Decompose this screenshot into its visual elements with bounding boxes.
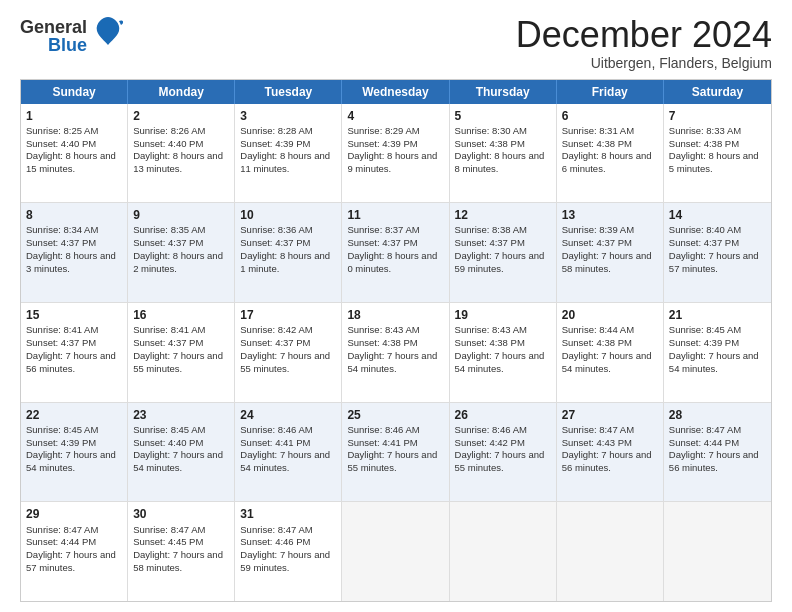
daylight-text: Daylight: 7 hours and 58 minutes. — [562, 250, 652, 274]
daylight-text: Daylight: 7 hours and 57 minutes. — [669, 250, 759, 274]
sunrise-text: Sunrise: 8:36 AM — [240, 224, 312, 235]
day-number: 15 — [26, 307, 122, 323]
sunrise-text: Sunrise: 8:41 AM — [133, 324, 205, 335]
calendar-cell: 14 Sunrise: 8:40 AM Sunset: 4:37 PM Dayl… — [664, 203, 771, 302]
daylight-text: Daylight: 7 hours and 54 minutes. — [455, 350, 545, 374]
sunset-text: Sunset: 4:38 PM — [562, 138, 632, 149]
calendar-cell: 12 Sunrise: 8:38 AM Sunset: 4:37 PM Dayl… — [450, 203, 557, 302]
day-number: 31 — [240, 506, 336, 522]
month-title: December 2024 — [516, 15, 772, 55]
calendar-cell: 3 Sunrise: 8:28 AM Sunset: 4:39 PM Dayli… — [235, 104, 342, 203]
calendar-cell: 20 Sunrise: 8:44 AM Sunset: 4:38 PM Dayl… — [557, 303, 664, 402]
day-number: 25 — [347, 407, 443, 423]
sunrise-text: Sunrise: 8:31 AM — [562, 125, 634, 136]
calendar-cell: 11 Sunrise: 8:37 AM Sunset: 4:37 PM Dayl… — [342, 203, 449, 302]
daylight-text: Daylight: 7 hours and 57 minutes. — [26, 549, 116, 573]
sunrise-text: Sunrise: 8:38 AM — [455, 224, 527, 235]
daylight-text: Daylight: 7 hours and 56 minutes. — [562, 449, 652, 473]
sunrise-text: Sunrise: 8:45 AM — [26, 424, 98, 435]
calendar-cell: 16 Sunrise: 8:41 AM Sunset: 4:37 PM Dayl… — [128, 303, 235, 402]
calendar-cell: 1 Sunrise: 8:25 AM Sunset: 4:40 PM Dayli… — [21, 104, 128, 203]
sunrise-text: Sunrise: 8:46 AM — [455, 424, 527, 435]
sunset-text: Sunset: 4:37 PM — [240, 337, 310, 348]
daylight-text: Daylight: 8 hours and 2 minutes. — [133, 250, 223, 274]
day-number: 14 — [669, 207, 766, 223]
day-number: 26 — [455, 407, 551, 423]
sunset-text: Sunset: 4:39 PM — [240, 138, 310, 149]
sunrise-text: Sunrise: 8:26 AM — [133, 125, 205, 136]
daylight-text: Daylight: 7 hours and 55 minutes. — [347, 449, 437, 473]
page: General Blue December 2024 Uitbergen, Fl… — [0, 0, 792, 612]
calendar-cell: 7 Sunrise: 8:33 AM Sunset: 4:38 PM Dayli… — [664, 104, 771, 203]
sunrise-text: Sunrise: 8:33 AM — [669, 125, 741, 136]
sunset-text: Sunset: 4:37 PM — [562, 237, 632, 248]
daylight-text: Daylight: 8 hours and 13 minutes. — [133, 150, 223, 174]
daylight-text: Daylight: 7 hours and 55 minutes. — [133, 350, 223, 374]
day-number: 22 — [26, 407, 122, 423]
day-number: 7 — [669, 108, 766, 124]
daylight-text: Daylight: 7 hours and 58 minutes. — [133, 549, 223, 573]
daylight-text: Daylight: 8 hours and 0 minutes. — [347, 250, 437, 274]
day-number: 8 — [26, 207, 122, 223]
sunset-text: Sunset: 4:40 PM — [133, 437, 203, 448]
calendar-cell — [342, 502, 449, 601]
sunrise-text: Sunrise: 8:47 AM — [240, 524, 312, 535]
sunrise-text: Sunrise: 8:45 AM — [133, 424, 205, 435]
calendar-row: 1 Sunrise: 8:25 AM Sunset: 4:40 PM Dayli… — [21, 104, 771, 204]
sunrise-text: Sunrise: 8:47 AM — [669, 424, 741, 435]
daylight-text: Daylight: 7 hours and 54 minutes. — [26, 449, 116, 473]
day-number: 12 — [455, 207, 551, 223]
day-number: 21 — [669, 307, 766, 323]
calendar-cell — [450, 502, 557, 601]
sunset-text: Sunset: 4:43 PM — [562, 437, 632, 448]
sunrise-text: Sunrise: 8:40 AM — [669, 224, 741, 235]
sunrise-text: Sunrise: 8:39 AM — [562, 224, 634, 235]
sunrise-text: Sunrise: 8:29 AM — [347, 125, 419, 136]
sunset-text: Sunset: 4:38 PM — [562, 337, 632, 348]
sunset-text: Sunset: 4:38 PM — [347, 337, 417, 348]
calendar-cell: 22 Sunrise: 8:45 AM Sunset: 4:39 PM Dayl… — [21, 403, 128, 502]
calendar-row: 8 Sunrise: 8:34 AM Sunset: 4:37 PM Dayli… — [21, 203, 771, 303]
day-number: 3 — [240, 108, 336, 124]
calendar-cell: 2 Sunrise: 8:26 AM Sunset: 4:40 PM Dayli… — [128, 104, 235, 203]
sunset-text: Sunset: 4:46 PM — [240, 536, 310, 547]
day-number: 5 — [455, 108, 551, 124]
sunset-text: Sunset: 4:37 PM — [455, 237, 525, 248]
daylight-text: Daylight: 8 hours and 9 minutes. — [347, 150, 437, 174]
header-friday: Friday — [557, 80, 664, 104]
daylight-text: Daylight: 8 hours and 3 minutes. — [26, 250, 116, 274]
calendar-cell: 24 Sunrise: 8:46 AM Sunset: 4:41 PM Dayl… — [235, 403, 342, 502]
day-number: 18 — [347, 307, 443, 323]
day-number: 29 — [26, 506, 122, 522]
calendar-cell: 17 Sunrise: 8:42 AM Sunset: 4:37 PM Dayl… — [235, 303, 342, 402]
day-number: 11 — [347, 207, 443, 223]
calendar-cell: 30 Sunrise: 8:47 AM Sunset: 4:45 PM Dayl… — [128, 502, 235, 601]
day-number: 20 — [562, 307, 658, 323]
sunset-text: Sunset: 4:37 PM — [26, 237, 96, 248]
sunrise-text: Sunrise: 8:35 AM — [133, 224, 205, 235]
header-sunday: Sunday — [21, 80, 128, 104]
header-tuesday: Tuesday — [235, 80, 342, 104]
sunset-text: Sunset: 4:44 PM — [26, 536, 96, 547]
sunrise-text: Sunrise: 8:28 AM — [240, 125, 312, 136]
sunrise-text: Sunrise: 8:47 AM — [133, 524, 205, 535]
calendar-cell: 31 Sunrise: 8:47 AM Sunset: 4:46 PM Dayl… — [235, 502, 342, 601]
calendar-cell: 29 Sunrise: 8:47 AM Sunset: 4:44 PM Dayl… — [21, 502, 128, 601]
calendar-cell: 23 Sunrise: 8:45 AM Sunset: 4:40 PM Dayl… — [128, 403, 235, 502]
header-thursday: Thursday — [450, 80, 557, 104]
daylight-text: Daylight: 7 hours and 56 minutes. — [26, 350, 116, 374]
sunrise-text: Sunrise: 8:30 AM — [455, 125, 527, 136]
sunset-text: Sunset: 4:37 PM — [347, 237, 417, 248]
day-number: 9 — [133, 207, 229, 223]
calendar-row: 29 Sunrise: 8:47 AM Sunset: 4:44 PM Dayl… — [21, 502, 771, 601]
day-number: 27 — [562, 407, 658, 423]
sunrise-text: Sunrise: 8:41 AM — [26, 324, 98, 335]
day-number: 19 — [455, 307, 551, 323]
sunset-text: Sunset: 4:42 PM — [455, 437, 525, 448]
calendar-cell: 4 Sunrise: 8:29 AM Sunset: 4:39 PM Dayli… — [342, 104, 449, 203]
header-wednesday: Wednesday — [342, 80, 449, 104]
sunset-text: Sunset: 4:38 PM — [669, 138, 739, 149]
daylight-text: Daylight: 7 hours and 59 minutes. — [240, 549, 330, 573]
sunset-text: Sunset: 4:37 PM — [26, 337, 96, 348]
day-number: 6 — [562, 108, 658, 124]
